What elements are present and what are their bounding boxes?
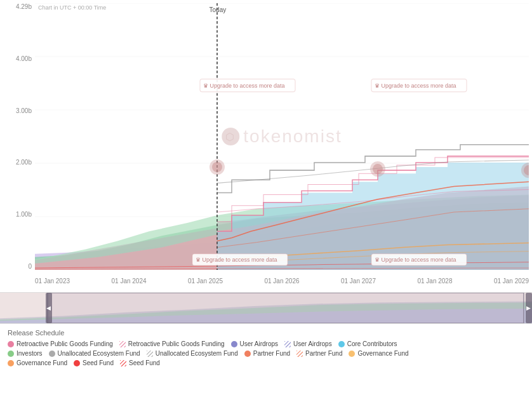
y-label-top: 4.29b bbox=[16, 3, 32, 10]
core-label: Core Contributors bbox=[347, 340, 397, 347]
airdrops-solid-label: User Airdrops bbox=[240, 340, 279, 347]
retro-hatched-label: Retroactive Public Goods Funding bbox=[128, 340, 225, 347]
chart-area: Chart in UTC + 00:00 Time Today bbox=[35, 3, 529, 270]
legend-item-investors: Investors bbox=[8, 350, 43, 357]
chart-navigator[interactable]: ◀ ▶ bbox=[0, 292, 532, 324]
y-label-4: 4.00b bbox=[16, 55, 32, 62]
today-label: Today bbox=[209, 6, 227, 13]
y-label-1: 1.00b bbox=[16, 211, 32, 218]
legend-row-1: Retroactive Public Goods Funding Retroac… bbox=[8, 340, 524, 347]
airdrops-hatched-icon bbox=[284, 341, 291, 347]
legend-item-retro-solid: Retroactive Public Goods Funding bbox=[8, 340, 113, 347]
svg-text:♛ Upgrade to access more data: ♛ Upgrade to access more data bbox=[375, 257, 456, 263]
svg-text:◀: ◀ bbox=[46, 305, 51, 311]
svg-rect-32 bbox=[296, 351, 303, 357]
legend-item-retro-hatched: Retroactive Public Goods Funding bbox=[119, 340, 225, 347]
retro-solid-label: Retroactive Public Goods Funding bbox=[17, 340, 113, 347]
y-label-3: 3.00b bbox=[16, 107, 32, 114]
legend-title: Release Schedule bbox=[8, 329, 524, 337]
legend-item-airdrops-hatched: User Airdrops bbox=[284, 340, 332, 347]
watermark-dot-1b bbox=[212, 162, 222, 172]
unalloc-solid-label: Unallocated Ecosystem Fund bbox=[58, 350, 140, 357]
x-label-2024: 01 Jan 2024 bbox=[111, 278, 146, 285]
svg-text:♛ Upgrade to access more data: ♛ Upgrade to access more data bbox=[375, 83, 456, 89]
legend-item-partner-solid: Partner Fund bbox=[244, 350, 290, 357]
watermark-dot-2b bbox=[373, 164, 383, 174]
x-label-2027: 01 Jan 2027 bbox=[341, 278, 376, 285]
retro-solid-icon bbox=[8, 341, 14, 347]
navigator-svg: ◀ ▶ bbox=[0, 293, 532, 323]
legend-item-airdrops-solid: User Airdrops bbox=[231, 340, 279, 347]
legend-item-unalloc-solid: Unallocated Ecosystem Fund bbox=[49, 350, 140, 357]
seed-solid-icon bbox=[74, 360, 80, 366]
x-axis: 01 Jan 2023 01 Jan 2024 01 Jan 2025 01 J… bbox=[35, 270, 529, 292]
partner-hatched-label: Partner Fund bbox=[305, 350, 342, 357]
legend-item-partner-hatched: Partner Fund bbox=[296, 350, 342, 357]
main-chart: 4.29b 4.00b 3.00b 2.00b 1.00b 0 Chart in… bbox=[0, 0, 532, 292]
partner-solid-icon bbox=[244, 351, 251, 357]
legend-item-gov-solid2: Governance Fund bbox=[349, 350, 408, 357]
x-label-2025: 01 Jan 2025 bbox=[188, 278, 223, 285]
y-label-2: 2.00b bbox=[16, 159, 32, 166]
core-icon bbox=[338, 341, 345, 347]
seed-hatched-label: Seed Fund bbox=[129, 359, 160, 366]
gov-solid-label: Governance Fund bbox=[17, 359, 67, 366]
legend-item-seed-solid: Seed Fund bbox=[74, 359, 114, 366]
seed-solid-label: Seed Fund bbox=[83, 359, 114, 366]
svg-rect-21 bbox=[48, 293, 524, 323]
investors-label: Investors bbox=[17, 350, 43, 357]
chart-svg: ♛ Upgrade to access more data ♛ Upgrade … bbox=[35, 3, 529, 270]
airdrops-hatched-label: User Airdrops bbox=[293, 340, 332, 347]
investors-icon bbox=[8, 351, 14, 357]
legend-row-2: Investors Unallocated Ecosystem Fund Una… bbox=[8, 350, 524, 357]
airdrops-solid-icon bbox=[231, 341, 237, 347]
svg-text:♛ Upgrade to access more data: ♛ Upgrade to access more data bbox=[203, 83, 285, 89]
legend-item-seed-hatched: Seed Fund bbox=[120, 359, 160, 366]
seed-hatched-icon bbox=[120, 360, 126, 366]
legend-item-unalloc-hatched: Unallocated Ecosystem Fund bbox=[147, 350, 238, 357]
x-label-2026: 01 Jan 2026 bbox=[264, 278, 299, 285]
unalloc-hatched-label: Unallocated Ecosystem Fund bbox=[156, 350, 238, 357]
legend-row-3: Governance Fund Seed Fund Seed Fund bbox=[8, 359, 524, 366]
x-label-2028: 01 Jan 2028 bbox=[417, 278, 452, 285]
y-label-0: 0 bbox=[28, 263, 32, 270]
partner-hatched-icon bbox=[296, 351, 303, 357]
x-label-2029: 01 Jan 2029 bbox=[494, 278, 529, 285]
svg-rect-28 bbox=[284, 341, 291, 347]
gov-solid-icon bbox=[8, 360, 14, 366]
svg-rect-34 bbox=[120, 360, 126, 366]
time-label: Chart in UTC + 00:00 Time bbox=[38, 4, 106, 11]
legend-item-core: Core Contributors bbox=[338, 340, 397, 347]
gov2-icon bbox=[349, 351, 355, 357]
legend-item-gov-solid: Governance Fund bbox=[8, 359, 67, 366]
unalloc-solid-icon bbox=[49, 351, 55, 357]
y-axis: 4.29b 4.00b 3.00b 2.00b 1.00b 0 bbox=[0, 3, 35, 270]
svg-text:♛ Upgrade to access more data: ♛ Upgrade to access more data bbox=[196, 257, 277, 263]
partner-solid-label: Partner Fund bbox=[253, 350, 290, 357]
gov2-label: Governance Fund bbox=[357, 350, 408, 357]
svg-rect-26 bbox=[119, 341, 126, 347]
unalloc-hatched-icon bbox=[147, 351, 153, 357]
svg-text:▶: ▶ bbox=[526, 305, 531, 311]
legend-section: Release Schedule Retroactive Public Good… bbox=[0, 324, 532, 373]
x-label-2023: 01 Jan 2023 bbox=[35, 278, 70, 285]
retro-hatched-icon bbox=[119, 341, 126, 347]
svg-rect-30 bbox=[147, 351, 153, 357]
